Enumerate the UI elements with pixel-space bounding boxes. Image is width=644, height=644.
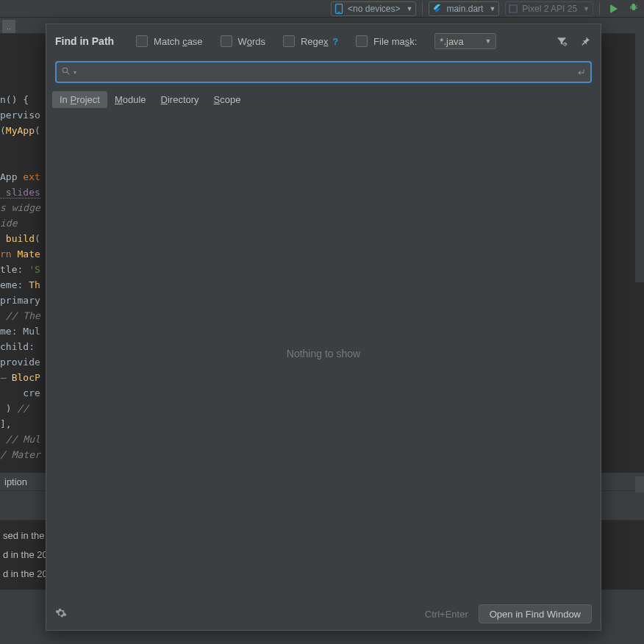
code-line: provide	[0, 357, 40, 368]
pin-icon[interactable]	[579, 35, 592, 48]
empty-results-label: Nothing to show	[287, 348, 360, 359]
dialog-header: Find in Path Match case Words Regex ? Fi…	[46, 24, 601, 58]
gear-icon[interactable]	[55, 607, 67, 621]
regex-checkbox[interactable]: Regex ?	[283, 35, 338, 47]
svg-rect-2	[509, 5, 517, 12]
run-config-selector[interactable]: main.dart ▼	[429, 1, 499, 16]
file-mask-label: File mask:	[373, 36, 417, 47]
file-mask-combo[interactable]: *.java ▼	[434, 33, 496, 49]
scope-tabs: In Project Module Directory Scope	[46, 89, 601, 110]
svg-rect-1	[338, 12, 340, 12]
avd-label: Pixel 2 API 25	[522, 4, 577, 14]
search-input[interactable]	[81, 67, 573, 78]
code-line: ) //	[0, 403, 35, 414]
file-tab[interactable]: ..	[2, 20, 15, 33]
code-line: me: Mul	[0, 326, 40, 337]
chevron-down-icon: ▼	[583, 5, 590, 12]
open-in-find-window-button[interactable]: Open in Find Window	[479, 604, 592, 623]
code-line: build(	[0, 233, 40, 244]
words-input[interactable]	[221, 35, 232, 47]
device-icon	[509, 4, 518, 13]
tab-directory[interactable]: Directory	[154, 91, 207, 108]
file-mask-value: *.java	[440, 36, 464, 47]
editor-scrollbar[interactable]	[635, 18, 644, 282]
code-line	[0, 156, 6, 167]
debug-icon[interactable]	[628, 1, 640, 15]
code-line: / Mater	[0, 449, 40, 460]
device-selector[interactable]: <no devices> ▼	[331, 1, 416, 16]
code-line: — BlocP	[0, 372, 40, 383]
code-line: child:	[0, 341, 35, 352]
search-history-dropdown-icon[interactable]: ▾	[74, 69, 76, 76]
flutter-icon	[432, 4, 442, 13]
svg-text:▾: ▾	[565, 42, 566, 46]
device-selector-label: <no devices>	[348, 4, 400, 14]
help-icon: ?	[330, 36, 339, 47]
newline-icon[interactable]: ↵	[578, 67, 586, 78]
words-checkbox[interactable]: Words	[221, 35, 265, 47]
file-tab-label: ..	[7, 22, 11, 31]
tab-scope[interactable]: Scope	[207, 91, 248, 108]
code-line: (MyApp(	[0, 125, 40, 136]
search-icon[interactable]	[61, 66, 71, 78]
match-case-input[interactable]	[136, 35, 148, 47]
match-case-label: Match case	[154, 36, 202, 47]
code-line: primary	[0, 295, 40, 306]
code-line: rn Mate	[0, 248, 40, 260]
words-label: Words	[238, 36, 265, 47]
panel-scrollbar[interactable]	[635, 476, 644, 493]
run-icon[interactable]	[610, 4, 618, 13]
code-line: eme: Th	[0, 279, 40, 290]
results-area: Nothing to show	[46, 110, 601, 598]
dialog-footer: Ctrl+Enter Open in Find Window	[46, 598, 601, 630]
open-button-label: Open in Find Window	[490, 609, 581, 620]
svg-point-5	[62, 68, 68, 73]
chevron-down-icon: ▼	[484, 37, 491, 45]
code-line: cre	[0, 387, 40, 398]
avd-selector[interactable]: Pixel 2 API 25 ▼	[505, 1, 593, 16]
regex-input[interactable]	[283, 35, 295, 47]
regex-label: Regex ?	[301, 36, 338, 47]
code-line: slides	[0, 187, 40, 198]
code-line: tle: 'S	[0, 264, 40, 275]
toolbar-separator	[422, 2, 423, 15]
tab-module[interactable]: Module	[107, 91, 154, 108]
code-line: perviso	[0, 110, 40, 121]
find-in-path-dialog: Find in Path Match case Words Regex ? Fi…	[46, 24, 601, 631]
main-toolbar: <no devices> ▼ main.dart ▼ Pixel 2 API 2…	[0, 0, 644, 18]
code-line: // The	[0, 310, 40, 321]
code-line: // Mul	[0, 434, 40, 445]
code-line: s widge	[0, 202, 40, 213]
code-line: n() {	[0, 94, 29, 105]
chevron-down-icon: ▼	[489, 5, 495, 12]
code-line: App ext	[0, 171, 40, 182]
match-case-checkbox[interactable]: Match case	[136, 35, 202, 47]
code-line: ],	[0, 418, 12, 429]
filter-icon[interactable]: ▾	[555, 35, 568, 48]
dialog-title: Find in Path	[55, 35, 114, 47]
search-field-wrapper: ▾ ↵	[55, 61, 592, 83]
toolbar-separator	[599, 2, 600, 15]
chevron-down-icon: ▼	[406, 5, 412, 12]
tab-in-project[interactable]: In Project	[52, 91, 107, 108]
file-mask-input[interactable]	[356, 35, 368, 47]
run-config-label: main.dart	[446, 4, 483, 14]
shortcut-hint: Ctrl+Enter	[425, 609, 468, 620]
code-line: ide	[0, 218, 17, 229]
code-line	[0, 140, 6, 151]
svg-line-6	[67, 72, 69, 74]
file-mask-checkbox[interactable]: File mask:	[356, 35, 417, 47]
phone-icon	[334, 4, 343, 14]
bottom-panel-tab-label: iption	[4, 476, 27, 487]
